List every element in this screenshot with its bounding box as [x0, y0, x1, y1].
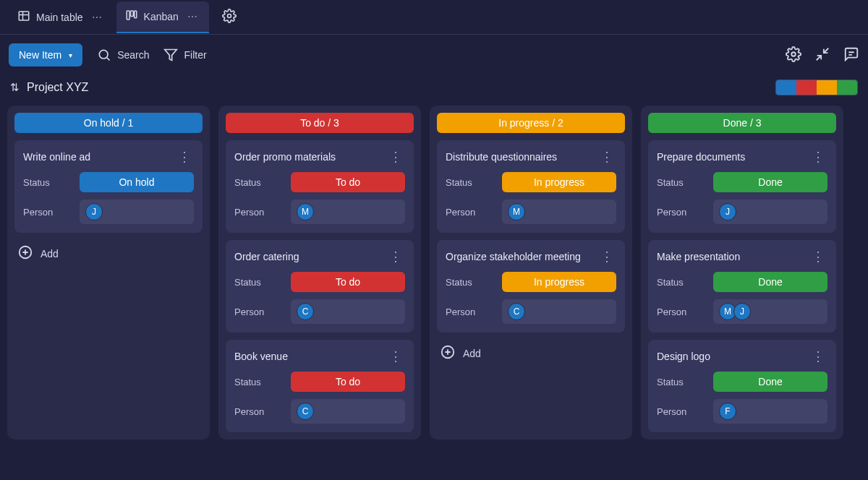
kanban-card[interactable]: Organize stakeholder meeting⋮StatusIn pr… [437, 240, 625, 333]
status-pill[interactable]: On hold [80, 172, 194, 192]
card-title: Design logo [657, 351, 710, 362]
status-pill[interactable]: Done [713, 272, 827, 292]
person-cell[interactable]: M [502, 200, 616, 224]
status-legend[interactable] [775, 80, 858, 95]
tab-more-icon[interactable]: ⋯ [184, 8, 200, 25]
status-label: Status [446, 277, 495, 288]
kanban-card[interactable]: Write online ad⋮StatusOn holdPersonJ [14, 140, 203, 233]
card-more-button[interactable]: ⋮ [597, 149, 616, 165]
card-more-button[interactable]: ⋮ [809, 149, 827, 165]
kanban-card[interactable]: Make presentation⋮StatusDonePersonMJ [648, 240, 836, 333]
person-label: Person [234, 406, 284, 417]
column-header[interactable]: In progress / 2 [437, 113, 625, 133]
tab-more-icon[interactable]: ⋯ [89, 9, 105, 26]
avatar[interactable]: C [297, 303, 314, 320]
avatar[interactable]: C [297, 403, 314, 420]
new-item-button[interactable]: New Item ▾ [9, 43, 82, 67]
avatar[interactable]: M [508, 203, 525, 220]
search-button[interactable]: Search [97, 48, 149, 62]
add-label: Add [41, 248, 59, 260]
collapse-icon [814, 46, 830, 62]
board-settings-button[interactable] [786, 46, 801, 64]
avatar[interactable]: M [297, 203, 314, 220]
status-pill[interactable]: To do [291, 372, 405, 392]
tab-label: Main table [36, 12, 83, 23]
person-cell[interactable]: F [713, 399, 827, 424]
card-header: Distribute questionnaires⋮ [446, 149, 616, 165]
card-title: Order catering [234, 251, 299, 262]
tab-main-table[interactable]: Main table ⋯ [9, 1, 114, 33]
kanban-card[interactable]: Order promo materials⋮StatusTo doPersonM [226, 140, 414, 233]
person-label: Person [446, 207, 495, 218]
status-label: Status [657, 277, 706, 288]
new-item-label: New Item [19, 49, 61, 61]
person-row: PersonF [657, 399, 827, 424]
status-pill[interactable]: In progress [502, 172, 616, 192]
status-pill[interactable]: To do [291, 172, 405, 192]
filter-button[interactable]: Filter [163, 48, 206, 62]
status-row: StatusTo do [234, 372, 405, 392]
legend-swatch[interactable] [817, 80, 837, 95]
kanban-card[interactable]: Prepare documents⋮StatusDonePersonJ [648, 140, 836, 233]
status-row: StatusIn progress [446, 272, 616, 292]
card-more-button[interactable]: ⋮ [809, 348, 827, 364]
avatar[interactable]: J [719, 203, 736, 220]
status-label: Status [23, 177, 72, 188]
person-cell[interactable]: MJ [713, 299, 827, 324]
gear-icon [222, 9, 237, 23]
person-row: PersonM [234, 200, 405, 224]
person-cell[interactable]: M [291, 200, 405, 224]
person-cell[interactable]: C [291, 399, 405, 424]
kanban-card[interactable]: Distribute questionnaires⋮StatusIn progr… [437, 140, 625, 233]
legend-swatch[interactable] [776, 80, 796, 95]
card-more-button[interactable]: ⋮ [386, 149, 405, 165]
view-settings-button[interactable] [222, 9, 237, 25]
kanban-card[interactable]: Book venue⋮StatusTo doPersonC [226, 340, 414, 432]
column-header[interactable]: On hold / 1 [14, 113, 203, 133]
card-more-button[interactable]: ⋮ [386, 348, 405, 364]
kanban-column: To do / 3Order promo materials⋮StatusTo … [218, 106, 421, 440]
kanban-card[interactable]: Design logo⋮StatusDonePersonF [648, 340, 836, 432]
card-more-button[interactable]: ⋮ [597, 249, 616, 265]
kanban-card[interactable]: Order catering⋮StatusTo doPersonC [226, 240, 414, 333]
collapse-toggle[interactable]: ⇅ [10, 81, 20, 94]
legend-swatch[interactable] [837, 80, 857, 95]
avatar[interactable]: C [508, 303, 525, 320]
status-pill[interactable]: Done [713, 172, 827, 192]
card-header: Order promo materials⋮ [234, 149, 405, 165]
person-cell[interactable]: J [80, 200, 194, 224]
person-label: Person [657, 406, 706, 417]
comment-button[interactable] [843, 46, 859, 64]
add-card-button[interactable]: Add [437, 340, 625, 367]
status-row: StatusTo do [234, 172, 405, 192]
person-cell[interactable]: C [291, 299, 405, 324]
comment-icon [843, 46, 859, 62]
card-title: Organize stakeholder meeting [446, 251, 581, 262]
filter-icon [163, 48, 178, 62]
person-cell[interactable]: C [502, 299, 616, 324]
avatar[interactable]: J [85, 203, 103, 220]
card-title: Write online ad [23, 151, 90, 163]
collapse-button[interactable] [814, 46, 830, 64]
svg-point-6 [791, 52, 796, 56]
person-row: PersonC [234, 399, 405, 424]
card-more-button[interactable]: ⋮ [386, 249, 405, 265]
column-header[interactable]: To do / 3 [226, 113, 414, 133]
card-header: Design logo⋮ [657, 348, 827, 364]
status-pill[interactable]: In progress [502, 272, 616, 292]
avatar[interactable]: F [719, 403, 736, 420]
status-pill[interactable]: To do [291, 272, 405, 292]
card-more-button[interactable]: ⋮ [175, 149, 194, 165]
kanban-icon [125, 9, 138, 24]
tab-kanban[interactable]: Kanban ⋯ [116, 1, 209, 33]
legend-swatch[interactable] [796, 80, 817, 95]
card-more-button[interactable]: ⋮ [809, 249, 827, 265]
person-cell[interactable]: J [713, 200, 827, 224]
status-label: Status [234, 277, 284, 288]
status-row: StatusDone [657, 272, 827, 292]
avatar[interactable]: J [733, 303, 751, 320]
search-label: Search [117, 49, 149, 61]
status-pill[interactable]: Done [713, 372, 827, 392]
column-header[interactable]: Done / 3 [648, 113, 836, 133]
add-card-button[interactable]: Add [14, 240, 203, 267]
